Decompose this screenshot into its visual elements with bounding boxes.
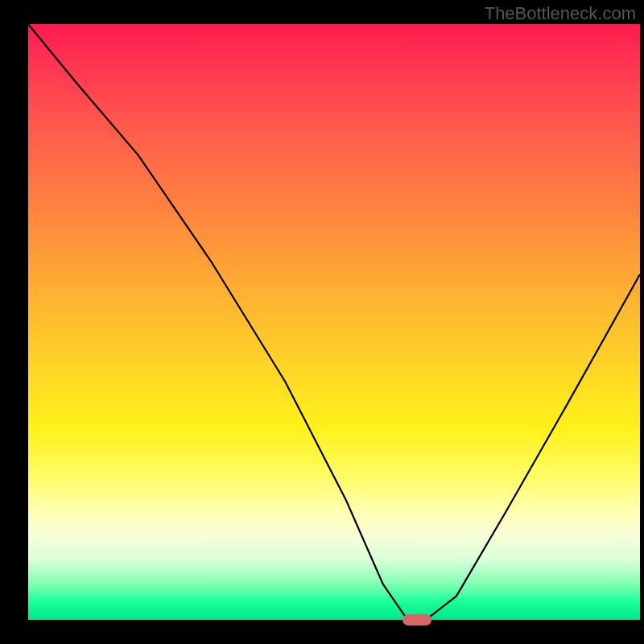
optimal-marker	[402, 614, 431, 625]
bottleneck-curve	[28, 24, 640, 620]
plot-area	[28, 24, 640, 620]
curve-svg	[28, 24, 640, 620]
watermark-text: TheBottleneck.com	[485, 3, 636, 24]
